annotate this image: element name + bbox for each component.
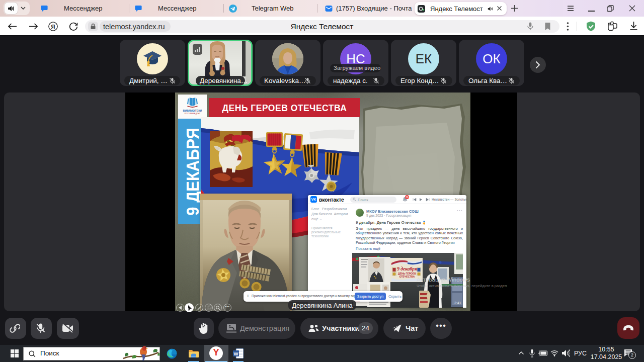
svg-text:9 декабря: 9 декабря bbox=[397, 266, 417, 272]
svg-text:W: W bbox=[234, 351, 238, 356]
svg-text:ОТЕЧЕСТВА: ОТЕЧЕСТВА bbox=[399, 275, 415, 278]
